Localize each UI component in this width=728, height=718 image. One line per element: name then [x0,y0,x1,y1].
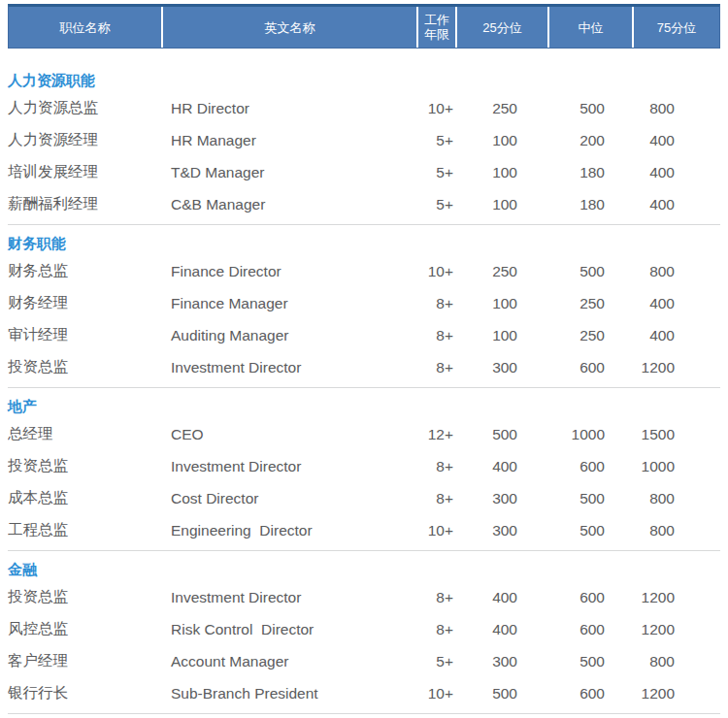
percentile-25-cell: 100 [457,327,549,344]
percentile-75-cell: 1200 [634,359,720,376]
table-row: 客户经理 Account Manager 5+ 300 500 800 [8,645,720,677]
table-row: 审计经理 Auditing Manager 8+ 100 250 400 [8,319,720,351]
column-header-25th-percentile: 25分位 [457,7,549,48]
position-name-cell: 工程总监 [8,520,163,540]
english-name-cell: T&D Manager [163,164,418,181]
position-name-cell: 培训发展经理 [8,162,163,182]
percentile-25-cell: 400 [457,621,549,638]
section-title: 地产 [8,397,720,416]
position-name-cell: 薪酬福利经理 [8,194,163,214]
position-name-cell: 人力资源总监 [8,98,163,118]
section-title: 财务职能 [8,234,720,253]
position-name-cell: 投资总监 [8,357,163,377]
section-title: 金融 [8,560,720,579]
work-years-cell: 12+ [418,426,457,443]
column-header-work-years: 工作年限 [418,7,457,48]
work-years-cell: 10+ [418,685,457,702]
table-row: 风控总监 Risk Control Director 8+ 400 600 12… [8,613,720,645]
percentile-25-cell: 500 [457,426,549,443]
table-row: 投资总监 Investment Director 8+ 400 600 1200 [8,581,720,613]
percentile-75-cell: 1000 [634,458,720,475]
median-cell: 500 [549,100,634,117]
position-name-cell: 总经理 [8,424,163,444]
section-rows: 总经理 CEO 12+ 500 1000 1500 投资总监 Investmen… [8,418,720,546]
work-years-cell: 10+ [418,263,457,280]
position-name-cell: 审计经理 [8,325,163,345]
percentile-75-cell: 800 [634,263,720,280]
work-years-cell: 8+ [418,458,457,475]
table-row: 投资总监 Investment Director 8+ 400 600 1000 [8,450,720,482]
median-cell: 500 [549,490,634,507]
table-body: 人力资源职能 人力资源总监 HR Director 10+ 250 500 80… [8,49,720,714]
english-name-cell: C&B Manager [163,196,418,213]
median-cell: 600 [549,685,634,702]
work-years-cell: 5+ [418,196,457,213]
work-years-cell: 5+ [418,164,457,181]
english-name-cell: Risk Control Director [163,621,418,638]
table-row: 人力资源总监 HR Director 10+ 250 500 800 [8,92,720,124]
percentile-25-cell: 100 [457,295,549,312]
position-name-cell: 客户经理 [8,651,163,671]
section-rows: 人力资源总监 HR Director 10+ 250 500 800 人力资源经… [8,92,720,220]
position-name-cell: 成本总监 [8,488,163,508]
english-name-cell: HR Director [163,100,418,117]
percentile-75-cell: 800 [634,522,720,539]
table-header-row: 职位名称 英文名称 工作年限 25分位 中位 75分位 [8,4,720,49]
english-name-cell: Engineering Director [163,522,418,539]
column-header-english-name: 英文名称 [163,7,418,48]
work-years-cell: 8+ [418,490,457,507]
percentile-25-cell: 300 [457,522,549,539]
english-name-cell: Cost Director [163,490,418,507]
section-rows: 财务总监 Finance Director 10+ 250 500 800 财务… [8,255,720,383]
table-row: 总经理 CEO 12+ 500 1000 1500 [8,418,720,450]
column-header-median: 中位 [549,7,634,48]
position-name-cell: 人力资源经理 [8,130,163,150]
percentile-25-cell: 400 [457,458,549,475]
position-name-cell: 投资总监 [8,456,163,476]
work-years-cell: 8+ [418,327,457,344]
position-name-cell: 财务总监 [8,261,163,281]
percentile-25-cell: 250 [457,263,549,280]
table-section: 地产 总经理 CEO 12+ 500 1000 1500 投资总监 Invest… [8,388,720,551]
salary-table-page: 职位名称 英文名称 工作年限 25分位 中位 75分位 人力资源职能 人力资源总… [0,0,728,714]
median-cell: 600 [549,458,634,475]
english-name-cell: Sub-Branch President [163,685,418,702]
table-row: 工程总监 Engineering Director 10+ 300 500 80… [8,514,720,546]
percentile-25-cell: 500 [457,685,549,702]
table-row: 成本总监 Cost Director 8+ 300 500 800 [8,482,720,514]
percentile-25-cell: 100 [457,196,549,213]
position-name-cell: 银行行长 [8,683,163,703]
percentile-75-cell: 800 [634,490,720,507]
english-name-cell: Finance Manager [163,295,418,312]
percentile-75-cell: 1200 [634,621,720,638]
work-years-cell: 10+ [418,100,457,117]
percentile-75-cell: 400 [634,132,720,149]
median-cell: 250 [549,327,634,344]
median-cell: 500 [549,263,634,280]
percentile-25-cell: 400 [457,589,549,606]
median-cell: 600 [549,589,634,606]
table-row: 投资总监 Investment Director 8+ 300 600 1200 [8,351,720,383]
table-row: 人力资源经理 HR Manager 5+ 100 200 400 [8,124,720,156]
percentile-75-cell: 1500 [634,426,720,443]
english-name-cell: Account Manager [163,653,418,670]
percentile-75-cell: 400 [634,327,720,344]
english-name-cell: Finance Director [163,263,418,280]
work-years-cell: 5+ [418,653,457,670]
table-row: 财务总监 Finance Director 10+ 250 500 800 [8,255,720,287]
median-cell: 250 [549,295,634,312]
work-years-cell: 8+ [418,589,457,606]
table-row: 财务经理 Finance Manager 8+ 100 250 400 [8,287,720,319]
english-name-cell: Auditing Manager [163,327,418,344]
percentile-75-cell: 800 [634,653,720,670]
table-section: 财务职能 财务总监 Finance Director 10+ 250 500 8… [8,225,720,388]
work-years-cell: 8+ [418,359,457,376]
position-name-cell: 财务经理 [8,293,163,313]
median-cell: 200 [549,132,634,149]
percentile-75-cell: 800 [634,100,720,117]
table-section: 人力资源职能 人力资源总监 HR Director 10+ 250 500 80… [8,49,720,225]
english-name-cell: HR Manager [163,132,418,149]
work-years-cell: 10+ [418,522,457,539]
english-name-cell: Investment Director [163,359,418,376]
section-rows: 投资总监 Investment Director 8+ 400 600 1200… [8,581,720,709]
